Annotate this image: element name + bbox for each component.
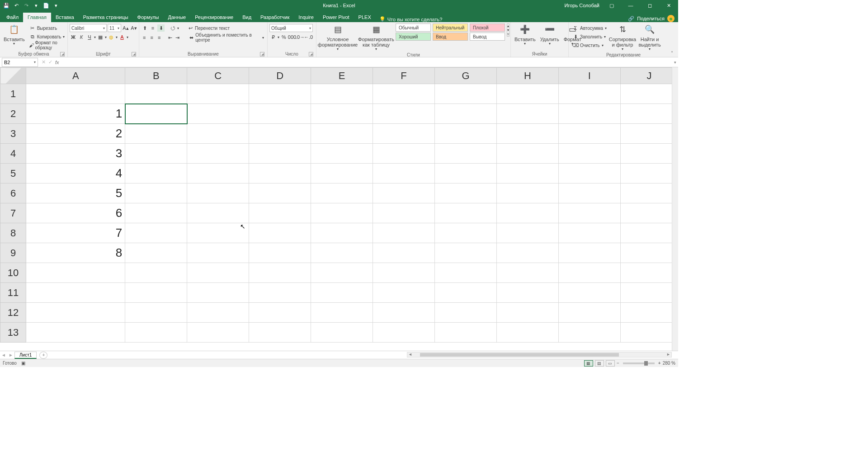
cell-J3[interactable] xyxy=(620,124,678,144)
tab-power-pivot[interactable]: Power Pivot xyxy=(318,13,354,22)
cell-A9[interactable]: 8 xyxy=(26,243,125,263)
cell-D10[interactable] xyxy=(249,263,311,283)
cell-E2[interactable] xyxy=(311,104,373,124)
cell-F9[interactable] xyxy=(373,243,435,263)
cell-H12[interactable] xyxy=(497,303,559,323)
cell-G2[interactable] xyxy=(435,104,497,124)
cell-I3[interactable] xyxy=(559,124,621,144)
cell-B10[interactable] xyxy=(125,263,187,283)
cell-F11[interactable] xyxy=(373,283,435,303)
cell-C6[interactable] xyxy=(187,183,249,203)
cell-H6[interactable] xyxy=(497,183,559,203)
cell-I12[interactable] xyxy=(559,303,621,323)
cell-I9[interactable] xyxy=(559,243,621,263)
cell-J8[interactable] xyxy=(620,223,678,243)
add-sheet-button[interactable]: + xyxy=(39,352,47,359)
zoom-level[interactable]: 280 % xyxy=(663,361,675,366)
cell-E5[interactable] xyxy=(311,164,373,183)
cell-H4[interactable] xyxy=(497,144,559,164)
cell-B12[interactable] xyxy=(125,303,187,323)
cell-F5[interactable] xyxy=(373,164,435,183)
cell-B3[interactable] xyxy=(125,124,187,144)
cell-G9[interactable] xyxy=(435,243,497,263)
cell-J10[interactable] xyxy=(620,263,678,283)
col-header-E[interactable]: E xyxy=(311,68,373,84)
cell-G13[interactable] xyxy=(435,323,497,343)
number-launcher[interactable]: ◢ xyxy=(309,52,313,56)
align-center-icon[interactable]: ≡ xyxy=(148,34,155,41)
cell-B13[interactable] xyxy=(125,323,187,343)
col-header-F[interactable]: F xyxy=(373,68,435,84)
cell-E12[interactable] xyxy=(311,303,373,323)
cell-F6[interactable] xyxy=(373,183,435,203)
cell-J7[interactable] xyxy=(620,203,678,223)
format-as-table-button[interactable]: ▦ Форматировать как таблицу▾ xyxy=(358,23,394,52)
clipboard-launcher[interactable]: ◢ xyxy=(60,52,65,56)
row-header-6[interactable]: 6 xyxy=(0,183,26,203)
font-size-combo[interactable]: 11▾ xyxy=(108,24,121,32)
wrap-text-button[interactable]: ↩Перенести текст xyxy=(185,24,231,32)
cell-A6[interactable]: 5 xyxy=(26,183,125,203)
share-button[interactable]: Поделиться xyxy=(637,16,665,21)
cell-G11[interactable] xyxy=(435,283,497,303)
cell-F2[interactable] xyxy=(373,104,435,124)
merge-center-button[interactable]: ⬌Объединить и поместить в центре▾ xyxy=(187,33,265,42)
enter-formula-icon[interactable]: ✓ xyxy=(48,59,52,65)
font-launcher[interactable]: ◢ xyxy=(132,52,136,56)
cell-E6[interactable] xyxy=(311,183,373,203)
ribbon-options-icon[interactable]: ▢ xyxy=(605,1,618,10)
align-top-icon[interactable]: ⬆ xyxy=(141,24,148,32)
style-output[interactable]: Вывод xyxy=(470,33,505,41)
cell-D13[interactable] xyxy=(249,323,311,343)
percent-icon[interactable]: % xyxy=(280,33,288,41)
number-format-combo[interactable]: Общий▾ xyxy=(269,24,313,32)
styles-scroll-down[interactable]: ▾ xyxy=(507,28,509,32)
qat-more-icon[interactable]: ▾ xyxy=(52,2,60,9)
row-header-10[interactable]: 10 xyxy=(0,263,26,283)
cell-H8[interactable] xyxy=(497,223,559,243)
bold-button[interactable]: Ж xyxy=(70,33,77,41)
tab-данные[interactable]: Данные xyxy=(163,13,190,22)
qat-custom-icon[interactable]: ▾ xyxy=(33,2,40,9)
cell-A4[interactable]: 3 xyxy=(26,144,125,164)
fx-icon[interactable]: fx xyxy=(55,60,59,65)
cell-A1[interactable] xyxy=(26,84,125,104)
cell-A7[interactable]: 6 xyxy=(26,203,125,223)
tab-вид[interactable]: Вид xyxy=(238,13,256,22)
tab-разметка-страницы[interactable]: Разметка страницы xyxy=(79,13,133,22)
col-header-A[interactable]: A xyxy=(26,68,125,84)
cell-C2[interactable] xyxy=(187,104,249,124)
cell-J2[interactable] xyxy=(620,104,678,124)
indent-decrease-icon[interactable]: ⇤ xyxy=(167,34,173,41)
cell-G4[interactable] xyxy=(435,144,497,164)
tell-me[interactable]: 💡 Что вы хотите сделать? xyxy=(379,16,443,22)
borders-button[interactable]: ▦ xyxy=(97,33,104,41)
cut-button[interactable]: ✂Вырезать xyxy=(28,24,66,32)
name-box[interactable]: B2▾ xyxy=(2,58,38,67)
cell-A5[interactable]: 4 xyxy=(26,164,125,183)
cell-F1[interactable] xyxy=(373,84,435,104)
zoom-in-button[interactable]: + xyxy=(658,361,661,366)
cell-D6[interactable] xyxy=(249,183,311,203)
row-header-1[interactable]: 1 xyxy=(0,84,26,104)
cell-F10[interactable] xyxy=(373,263,435,283)
cell-H2[interactable] xyxy=(497,104,559,124)
tab-вставка[interactable]: Вставка xyxy=(51,13,79,22)
row-header-13[interactable]: 13 xyxy=(0,323,26,343)
cell-J11[interactable] xyxy=(620,283,678,303)
cell-C9[interactable] xyxy=(187,243,249,263)
cell-A3[interactable]: 2 xyxy=(26,124,125,144)
grid[interactable]: ABCDEFGHIJ1213243546576879810111213 xyxy=(0,67,678,343)
cell-E8[interactable] xyxy=(311,223,373,243)
cell-E11[interactable] xyxy=(311,283,373,303)
grow-font-icon[interactable]: A▴ xyxy=(122,24,129,32)
cell-B9[interactable] xyxy=(125,243,187,263)
cell-E9[interactable] xyxy=(311,243,373,263)
cell-C10[interactable] xyxy=(187,263,249,283)
cell-B6[interactable] xyxy=(125,183,187,203)
cell-I13[interactable] xyxy=(559,323,621,343)
cell-C7[interactable] xyxy=(187,203,249,223)
style-input[interactable]: Ввод xyxy=(433,33,468,41)
cell-A10[interactable] xyxy=(26,263,125,283)
col-header-C[interactable]: C xyxy=(187,68,249,84)
